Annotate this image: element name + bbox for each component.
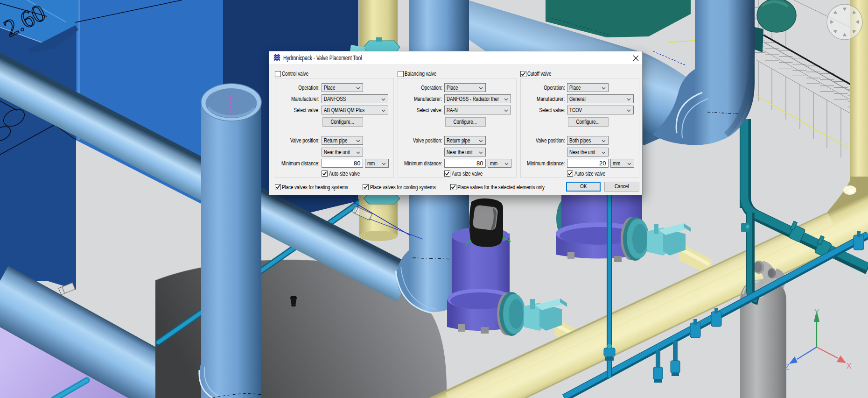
svg-text:Y: Y bbox=[814, 308, 819, 316]
svg-text:Z: Z bbox=[785, 363, 790, 371]
svg-text:X: X bbox=[847, 362, 852, 370]
